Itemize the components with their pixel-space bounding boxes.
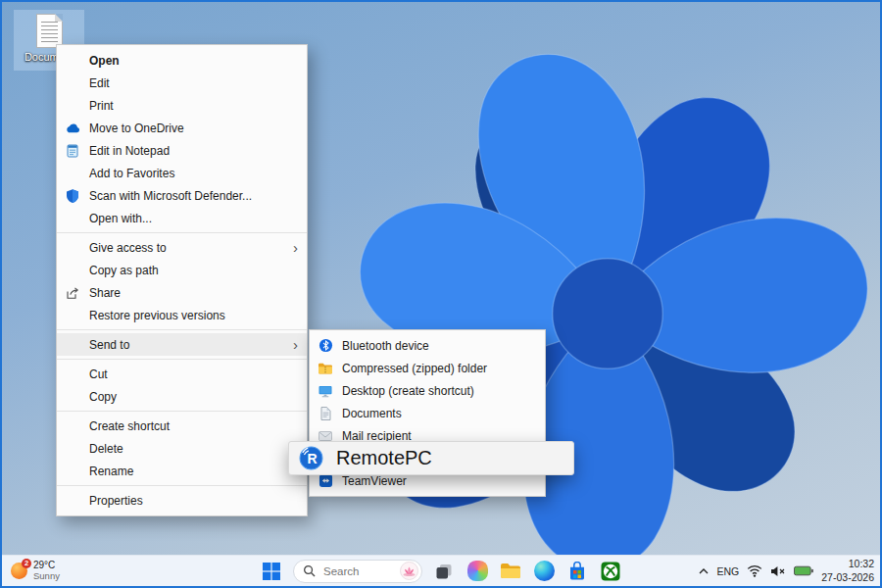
menu-item-spacer bbox=[65, 211, 80, 226]
tray-date: 27-03-2026 bbox=[821, 571, 874, 584]
menu-item-label: RemotePC bbox=[336, 447, 432, 469]
menu-item-label: Compressed (zipped) folder bbox=[342, 362, 487, 375]
menu-item-give-access-to[interactable]: Give access to› bbox=[57, 236, 307, 259]
menu-item-send-to[interactable]: Send to› bbox=[57, 333, 307, 356]
weather-condition: Sunny bbox=[33, 571, 60, 582]
menu-item-label: Create shortcut bbox=[89, 419, 170, 433]
menu-item-spacer bbox=[65, 441, 80, 457]
menu-item-label: Edit bbox=[89, 76, 110, 90]
documents-icon bbox=[318, 406, 333, 421]
menu-item-edit[interactable]: Edit bbox=[57, 72, 307, 94]
menu-item-move-to-onedrive[interactable]: Move to OneDrive bbox=[57, 117, 307, 139]
store-icon bbox=[567, 562, 587, 581]
menu-item-create-shortcut[interactable]: Create shortcut bbox=[57, 415, 307, 437]
menu-item-restore-previous-versions[interactable]: Restore previous versions bbox=[57, 304, 307, 326]
menu-item-spacer bbox=[65, 367, 80, 382]
zoom-callout-remotepc[interactable]: RRemotePC bbox=[288, 441, 574, 475]
notepad-icon bbox=[65, 143, 80, 159]
search-icon bbox=[303, 564, 316, 577]
menu-item-copy-as-path[interactable]: Copy as path bbox=[57, 259, 307, 281]
menu-item-desktop-create-shortcut[interactable]: Desktop (create shortcut) bbox=[310, 379, 545, 402]
menu-item-label: Properties bbox=[89, 494, 143, 508]
menu-item-label: Send to bbox=[89, 338, 129, 352]
send-to-submenu: Bluetooth deviceCompressed (zipped) fold… bbox=[309, 329, 546, 497]
menu-item-spacer bbox=[65, 240, 80, 256]
menu-item-spacer bbox=[65, 493, 80, 509]
menu-item-label: Desktop (create shortcut) bbox=[342, 384, 474, 398]
search-input[interactable] bbox=[321, 564, 384, 578]
menu-item-share[interactable]: Share bbox=[57, 281, 307, 304]
defender-shield-icon bbox=[65, 188, 80, 204]
clock[interactable]: 10:32 27-03-2026 bbox=[821, 558, 874, 583]
menu-separator bbox=[57, 232, 307, 233]
menu-item-spacer bbox=[65, 308, 80, 323]
menu-item-open-with[interactable]: Open with... bbox=[57, 207, 307, 229]
menu-item-add-to-favorites[interactable]: Add to Favorites bbox=[57, 162, 307, 184]
menu-item-spacer bbox=[65, 53, 80, 69]
menu-item-spacer bbox=[65, 263, 80, 278]
menu-item-label: Move to OneDrive bbox=[89, 122, 184, 135]
page-fold bbox=[55, 14, 63, 22]
menu-item-properties[interactable]: Properties bbox=[57, 489, 307, 512]
sun-icon: 2 bbox=[11, 563, 27, 579]
volume-muted-icon[interactable] bbox=[770, 565, 786, 577]
menu-item-remotepc[interactable]: RRemotePC bbox=[310, 447, 545, 469]
start-button[interactable] bbox=[260, 560, 283, 583]
context-menu: OpenEditPrintMove to OneDriveEdit in Not… bbox=[56, 44, 308, 516]
menu-item-label: TeamViewer bbox=[342, 474, 407, 488]
share-icon bbox=[65, 285, 80, 301]
edge-button[interactable] bbox=[532, 560, 556, 583]
edge-icon bbox=[534, 561, 555, 581]
task-view-button[interactable] bbox=[432, 560, 456, 583]
wifi-icon[interactable] bbox=[747, 564, 762, 577]
menu-item-label: Restore previous versions bbox=[89, 309, 225, 322]
menu-item-spacer bbox=[65, 389, 80, 405]
menu-item-spacer bbox=[65, 464, 80, 479]
menu-item-scan-with-microsoft-defender[interactable]: Scan with Microsoft Defender... bbox=[57, 184, 307, 207]
menu-item-label: Edit in Notepad bbox=[89, 144, 170, 158]
task-view-icon bbox=[434, 562, 454, 581]
menu-item-label: Bluetooth device bbox=[342, 339, 429, 353]
menu-item-cut[interactable]: Cut bbox=[57, 363, 307, 385]
xbox-button[interactable] bbox=[599, 560, 622, 583]
bluetooth-icon bbox=[318, 338, 333, 354]
notification-badge: 2 bbox=[22, 559, 31, 568]
chevron-up-icon[interactable] bbox=[698, 566, 710, 576]
menu-item-print[interactable]: Print bbox=[57, 94, 307, 117]
menu-item-documents[interactable]: Documents bbox=[310, 402, 545, 424]
menu-item-label: Copy bbox=[89, 390, 117, 404]
language-indicator[interactable]: ENG bbox=[717, 565, 740, 577]
tray-time: 10:32 bbox=[821, 558, 874, 570]
menu-item-copy[interactable]: Copy bbox=[57, 385, 307, 408]
xbox-icon bbox=[601, 562, 620, 581]
menu-item-label: Documents bbox=[342, 407, 402, 420]
copilot-icon bbox=[467, 561, 488, 581]
menu-item-delete[interactable]: Delete bbox=[57, 437, 307, 460]
svg-text:R: R bbox=[307, 451, 317, 466]
search-box[interactable] bbox=[293, 560, 422, 583]
menu-item-label: Copy as path bbox=[89, 264, 159, 277]
onedrive-icon bbox=[65, 121, 80, 136]
menu-item-rename[interactable]: Rename bbox=[57, 460, 307, 482]
taskbar: 2 29°C Sunny bbox=[2, 555, 880, 586]
menu-item-edit-in-notepad[interactable]: Edit in Notepad bbox=[57, 139, 307, 162]
desktop-icon bbox=[318, 383, 333, 399]
zipped-folder-icon bbox=[318, 361, 333, 376]
file-explorer-button[interactable] bbox=[499, 560, 522, 583]
store-button[interactable] bbox=[565, 560, 589, 583]
battery-icon[interactable] bbox=[794, 565, 813, 576]
menu-item-bluetooth-device[interactable]: Bluetooth device bbox=[310, 334, 545, 357]
desktop: Document OpenEditPrintMove to OneDriveEd… bbox=[0, 0, 882, 588]
search-highlight-lotus-icon[interactable] bbox=[400, 562, 418, 580]
menu-item-compressed-zipped-folder[interactable]: Compressed (zipped) folder bbox=[310, 357, 545, 379]
copilot-button[interactable] bbox=[466, 560, 489, 583]
menu-separator bbox=[57, 329, 307, 330]
chevron-right-icon: › bbox=[293, 239, 298, 257]
menu-item-spacer bbox=[65, 166, 80, 181]
windows-logo-icon bbox=[262, 562, 281, 581]
menu-item-open[interactable]: Open bbox=[57, 49, 307, 72]
menu-item-label: Add to Favorites bbox=[89, 167, 174, 180]
menu-separator bbox=[57, 359, 307, 360]
menu-item-label: Scan with Microsoft Defender... bbox=[89, 189, 252, 203]
weather-widget[interactable]: 2 29°C Sunny bbox=[11, 560, 60, 581]
